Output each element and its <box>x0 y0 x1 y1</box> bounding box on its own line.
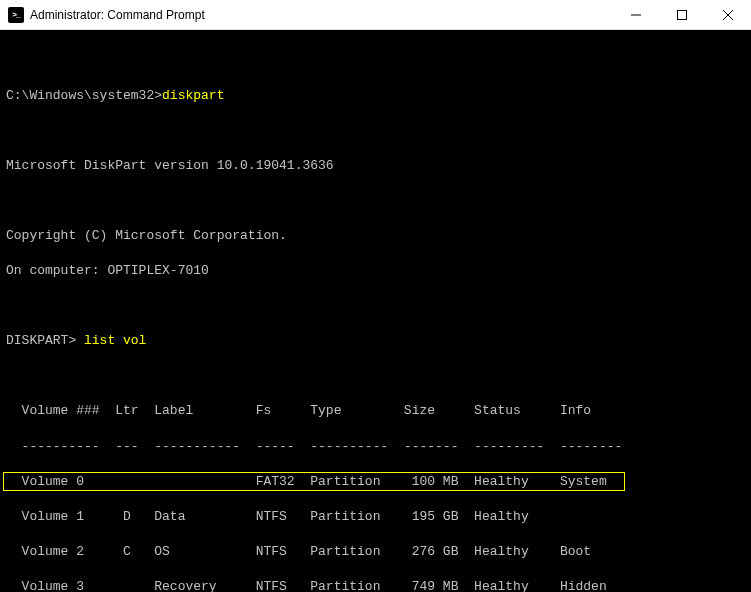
highlighted-volume-row: Volume 0 FAT32 Partition 100 MB Healthy … <box>3 472 625 492</box>
terminal-output[interactable]: C:\Windows\system32>diskpart Microsoft D… <box>0 30 751 592</box>
diskpart-prompt: DISKPART> <box>6 333 84 348</box>
table-row: Volume 3 Recovery NTFS Partition 749 MB … <box>6 578 745 592</box>
prompt-text: C:\Windows\system32> <box>6 88 162 103</box>
table-row: Volume 2 C OS NTFS Partition 276 GB Heal… <box>6 543 745 561</box>
blank-line <box>6 122 745 140</box>
maximize-button[interactable] <box>659 0 705 30</box>
table-header: Volume ### Ltr Label Fs Type Size Status… <box>6 402 745 420</box>
blank-line <box>6 297 745 315</box>
blank-line <box>6 192 745 210</box>
command-text: diskpart <box>162 88 224 103</box>
close-button[interactable] <box>705 0 751 30</box>
window-title: Administrator: Command Prompt <box>30 8 205 22</box>
table-row: Volume 1 D Data NTFS Partition 195 GB He… <box>6 508 745 526</box>
prompt-line: C:\Windows\system32>diskpart <box>6 87 745 105</box>
computer-line: On computer: OPTIPLEX-7010 <box>6 262 745 280</box>
command-text: list vol <box>84 333 146 348</box>
window-titlebar: Administrator: Command Prompt <box>0 0 751 30</box>
copyright-line: Copyright (C) Microsoft Corporation. <box>6 227 745 245</box>
blank-line <box>6 52 745 70</box>
table-row-highlighted: Volume 0 FAT32 Partition 100 MB Healthy … <box>6 473 745 491</box>
version-line: Microsoft DiskPart version 10.0.19041.36… <box>6 157 745 175</box>
close-icon <box>723 10 733 20</box>
diskpart-prompt-line: DISKPART> list vol <box>6 332 745 350</box>
minimize-button[interactable] <box>613 0 659 30</box>
svg-rect-0 <box>678 10 687 19</box>
minimize-icon <box>631 10 641 20</box>
blank-line <box>6 367 745 385</box>
table-divider: ---------- --- ----------- ----- -------… <box>6 438 745 456</box>
maximize-icon <box>677 10 687 20</box>
cmd-icon <box>8 7 24 23</box>
